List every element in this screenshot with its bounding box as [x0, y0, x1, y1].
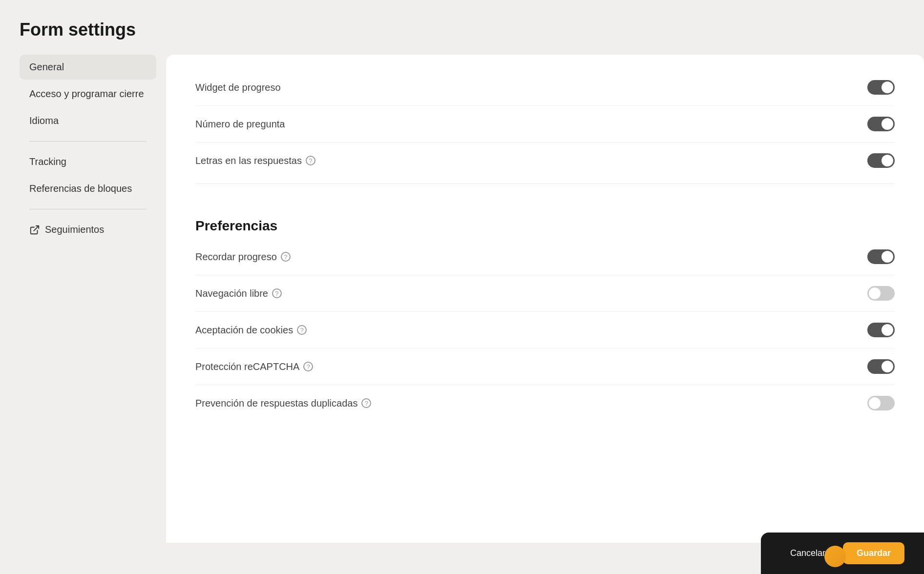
setting-label-proteccion-recaptcha: Protección reCAPTCHA ?: [195, 361, 313, 372]
setting-label-prevencion-duplicadas: Prevención de respuestas duplicadas ?: [195, 398, 371, 409]
toggle-prevencion-duplicadas[interactable]: [867, 396, 895, 410]
setting-row-numero-pregunta: Número de pregunta: [195, 106, 895, 143]
setting-label-aceptacion-cookies: Aceptación de cookies ?: [195, 325, 307, 336]
setting-label-recordar-progreso: Recordar progreso ?: [195, 251, 291, 263]
help-icon-recordar-progreso[interactable]: ?: [281, 252, 291, 262]
setting-row-recordar-progreso: Recordar progreso ?: [195, 239, 895, 275]
preferencias-section: Preferencias Recordar progreso ? Navegac…: [195, 189, 895, 421]
sidebar-item-tracking[interactable]: Tracking: [20, 149, 156, 174]
save-button[interactable]: Guardar: [843, 542, 904, 564]
section-heading-preferencias: Preferencias: [195, 204, 895, 239]
sidebar-item-seguimientos[interactable]: Seguimientos: [20, 217, 156, 242]
help-icon-navegacion-libre[interactable]: ?: [272, 288, 282, 298]
avatar: [824, 546, 846, 567]
svg-line-0: [34, 226, 39, 230]
external-link-icon: [29, 225, 40, 235]
setting-label-widget-progreso: Widget de progreso: [195, 82, 281, 93]
help-icon-prevencion-duplicadas[interactable]: ?: [361, 398, 371, 408]
page-title: Form settings: [0, 0, 924, 55]
section-divider: [195, 184, 895, 184]
toggle-aceptacion-cookies[interactable]: [867, 323, 895, 337]
setting-label-letras-respuestas: Letras en las respuestas ?: [195, 155, 315, 166]
setting-row-aceptacion-cookies: Aceptación de cookies ?: [195, 312, 895, 348]
sidebar-item-general[interactable]: General: [20, 55, 156, 80]
toggle-numero-pregunta[interactable]: [867, 117, 895, 131]
top-settings-section: Widget de progreso Número de pregunta: [195, 55, 895, 179]
setting-label-navegacion-libre: Navegación libre ?: [195, 288, 282, 299]
toggle-letras-respuestas[interactable]: [867, 153, 895, 168]
help-icon-aceptacion-cookies[interactable]: ?: [297, 325, 307, 335]
sidebar-divider-2: [29, 209, 147, 209]
setting-row-proteccion-recaptcha: Protección reCAPTCHA ?: [195, 348, 895, 385]
setting-row-prevencion-duplicadas: Prevención de respuestas duplicadas ?: [195, 385, 895, 421]
toggle-navegacion-libre[interactable]: [867, 286, 895, 301]
footer: Cancelar Guardar: [761, 533, 924, 574]
setting-label-numero-pregunta: Número de pregunta: [195, 119, 285, 130]
toggle-widget-progreso[interactable]: [867, 80, 895, 95]
help-icon-proteccion-recaptcha[interactable]: ?: [303, 362, 313, 371]
sidebar-item-idioma[interactable]: Idioma: [20, 108, 156, 133]
sidebar-item-referencias[interactable]: Referencias de bloques: [20, 176, 156, 201]
sidebar: General Acceso y programar cierre Idioma…: [0, 55, 166, 543]
toggle-recordar-progreso[interactable]: [867, 249, 895, 264]
toggle-proteccion-recaptcha[interactable]: [867, 359, 895, 374]
setting-row-letras-respuestas: Letras en las respuestas ?: [195, 143, 895, 179]
setting-row-widget-progreso: Widget de progreso: [195, 69, 895, 106]
help-icon-letras-respuestas[interactable]: ?: [306, 156, 315, 165]
sidebar-divider-1: [29, 141, 147, 142]
main-content: Widget de progreso Número de pregunta: [166, 55, 924, 543]
setting-row-navegacion-libre: Navegación libre ?: [195, 275, 895, 312]
sidebar-item-acceso[interactable]: Acceso y programar cierre: [20, 82, 156, 106]
